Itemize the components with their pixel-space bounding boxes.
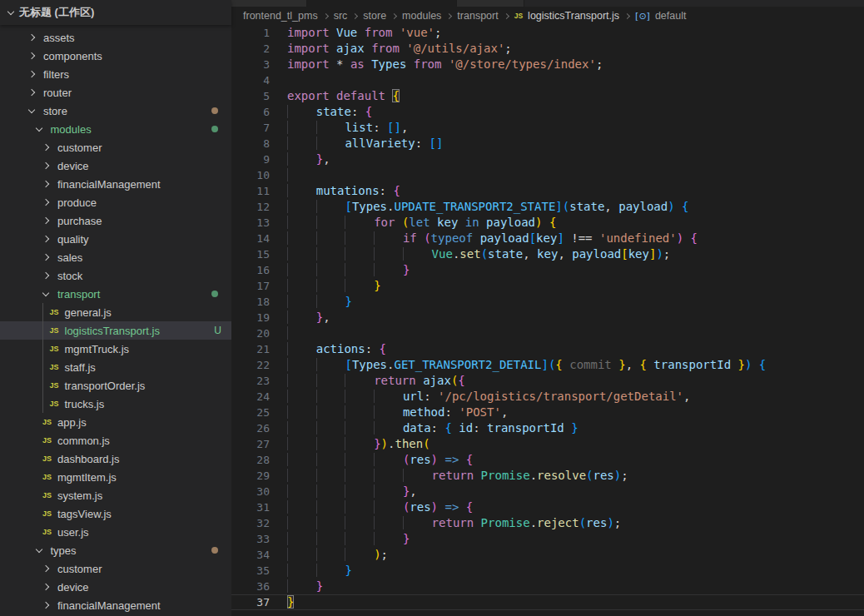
tab-sliver[interactable] bbox=[231, 0, 307, 7]
sidebar-item-router[interactable]: router bbox=[0, 83, 231, 102]
code-line[interactable]: 35 } bbox=[231, 563, 864, 579]
line-number[interactable]: 13 bbox=[231, 215, 270, 231]
code-line[interactable]: 15 Vue.set(state, key, payload[key]); bbox=[231, 246, 864, 262]
sidebar-item-financialManagement[interactable]: financialManagement bbox=[0, 175, 231, 193]
line-number[interactable]: 5 bbox=[231, 88, 270, 104]
line-number[interactable]: 10 bbox=[231, 167, 270, 183]
line-number[interactable]: 21 bbox=[231, 341, 270, 357]
line-number[interactable]: 33 bbox=[231, 531, 270, 547]
line-number[interactable]: 25 bbox=[231, 405, 270, 420]
code-line[interactable]: 25 method: 'POST', bbox=[231, 405, 864, 420]
workspace-title-row[interactable]: 无标题 (工作区) bbox=[0, 0, 231, 25]
code-line[interactable]: 29 return Promise.resolve(res); bbox=[231, 468, 864, 484]
breadcrumb-item[interactable]: transport bbox=[457, 10, 498, 22]
sidebar-item-tagsView-js[interactable]: JStagsView.js bbox=[0, 504, 231, 523]
code-line[interactable]: 34 ); bbox=[231, 547, 864, 563]
breadcrumb-item[interactable]: src bbox=[334, 10, 348, 22]
code-line[interactable]: 4 bbox=[231, 72, 864, 88]
line-number[interactable]: 36 bbox=[231, 579, 270, 594]
line-number[interactable]: 3 bbox=[231, 57, 270, 72]
code-line[interactable]: 3import * as Types from '@/store/types/i… bbox=[231, 57, 864, 72]
sidebar-item-filters[interactable]: filters bbox=[0, 65, 231, 83]
sidebar-item-mgmtItem-js[interactable]: JSmgmtItem.js bbox=[0, 468, 231, 486]
code-line[interactable]: 14 if (typeof payload[key] !== 'undefine… bbox=[231, 231, 864, 246]
code-line[interactable]: 19 }, bbox=[231, 310, 864, 325]
code-line[interactable]: 23 return ajax({ bbox=[231, 373, 864, 389]
sidebar-item-sales[interactable]: sales bbox=[0, 248, 231, 266]
line-number[interactable]: 4 bbox=[231, 72, 270, 88]
tab-sliver[interactable] bbox=[457, 0, 524, 7]
sidebar-item-logisticsTransport-js[interactable]: JSlogisticsTransport.jsU bbox=[0, 321, 231, 340]
line-number[interactable]: 28 bbox=[231, 452, 270, 468]
sidebar-item-device[interactable]: device bbox=[0, 578, 231, 596]
code-line[interactable]: 16 } bbox=[231, 262, 864, 278]
sidebar-item-customer[interactable]: customer bbox=[0, 559, 231, 578]
breadcrumb-item[interactable]: frontend_tl_pms bbox=[243, 10, 318, 22]
line-number[interactable]: 2 bbox=[231, 41, 270, 57]
line-number[interactable]: 32 bbox=[231, 515, 270, 531]
sidebar-item-purchase[interactable]: purchase bbox=[0, 211, 231, 230]
sidebar-item-produce[interactable]: produce bbox=[0, 193, 231, 211]
code-line[interactable]: 8 allVariety: [] bbox=[231, 136, 864, 152]
code-line[interactable]: 22 [Types.GET_TRANSPORT2_DETAIL]({ commi… bbox=[231, 357, 864, 373]
sidebar-item-components[interactable]: components bbox=[0, 47, 231, 65]
line-number[interactable]: 15 bbox=[231, 246, 270, 262]
sidebar-item-stock[interactable]: stock bbox=[0, 266, 231, 285]
line-number[interactable]: 9 bbox=[231, 152, 270, 167]
code-line[interactable]: 27 }).then( bbox=[231, 436, 864, 452]
sidebar-item-dashboard-js[interactable]: JSdashboard.js bbox=[0, 450, 231, 468]
line-number[interactable]: 8 bbox=[231, 136, 270, 152]
code-line[interactable]: 26 data: { id: transportId } bbox=[231, 420, 864, 436]
line-number[interactable]: 14 bbox=[231, 231, 270, 246]
line-number[interactable]: 20 bbox=[231, 325, 270, 341]
code-line[interactable]: 17 } bbox=[231, 278, 864, 294]
sidebar-item-assets[interactable]: assets bbox=[0, 28, 231, 47]
sidebar-item-financialManagement[interactable]: financialManagement bbox=[0, 596, 231, 614]
breadcrumb-item[interactable]: store bbox=[363, 10, 386, 22]
sidebar-item-trucks-js[interactable]: JStrucks.js bbox=[0, 395, 231, 413]
code-line[interactable]: 7 list: [], bbox=[231, 120, 864, 136]
line-number[interactable]: 35 bbox=[231, 563, 270, 579]
sidebar-item-common-js[interactable]: JScommon.js bbox=[0, 431, 231, 450]
sidebar-item-system-js[interactable]: JSsystem.js bbox=[0, 486, 231, 504]
line-number[interactable]: 30 bbox=[231, 484, 270, 499]
line-number[interactable]: 24 bbox=[231, 389, 270, 405]
code-line[interactable]: 10 bbox=[231, 167, 864, 183]
line-number[interactable]: 29 bbox=[231, 468, 270, 484]
code-line[interactable]: 33 } bbox=[231, 531, 864, 547]
active-tab-sliver[interactable] bbox=[307, 0, 457, 7]
code-line[interactable]: 12 [Types.UPDATE_TRANSPORT2_STATE](state… bbox=[231, 199, 864, 215]
sidebar-item-types[interactable]: types bbox=[0, 541, 231, 559]
line-number[interactable]: 27 bbox=[231, 436, 270, 452]
code-line[interactable]: 28 (res) => { bbox=[231, 452, 864, 468]
code-line[interactable]: 36 } bbox=[231, 579, 864, 594]
line-number[interactable]: 31 bbox=[231, 499, 270, 515]
breadcrumb-item[interactable]: modules bbox=[402, 10, 441, 22]
code-line[interactable]: 18 } bbox=[231, 294, 864, 310]
line-number[interactable]: 23 bbox=[231, 373, 270, 389]
code-line[interactable]: 13 for (let key in payload) { bbox=[231, 215, 864, 231]
line-number[interactable]: 37 bbox=[231, 594, 270, 610]
code-line[interactable]: 30 }, bbox=[231, 484, 864, 499]
line-number[interactable]: 7 bbox=[231, 120, 270, 136]
line-number[interactable]: 11 bbox=[231, 183, 270, 199]
line-number[interactable]: 12 bbox=[231, 199, 270, 215]
line-number[interactable]: 16 bbox=[231, 262, 270, 278]
line-number[interactable]: 6 bbox=[231, 104, 270, 120]
code-line[interactable]: 5export default { bbox=[231, 88, 864, 104]
sidebar-item-mgmtTruck-js[interactable]: JSmgmtTruck.js bbox=[0, 340, 231, 358]
sidebar-item-transportOrder-js[interactable]: JStransportOrder.js bbox=[0, 376, 231, 395]
sidebar-item-modules[interactable]: modules bbox=[0, 120, 231, 138]
code-line[interactable]: 37} bbox=[231, 594, 864, 610]
tab-strip[interactable] bbox=[231, 0, 864, 7]
line-number[interactable]: 22 bbox=[231, 357, 270, 373]
code-line[interactable]: 24 url: '/pc/logistics/transport/getDeta… bbox=[231, 389, 864, 405]
line-number[interactable]: 26 bbox=[231, 420, 270, 436]
code-line[interactable]: 2import ajax from '@/utils/ajax'; bbox=[231, 41, 864, 57]
line-number[interactable]: 17 bbox=[231, 278, 270, 294]
code-line[interactable]: 6 state: { bbox=[231, 104, 864, 120]
sidebar-item-quality[interactable]: quality bbox=[0, 230, 231, 248]
sidebar-item-user-js[interactable]: JSuser.js bbox=[0, 523, 231, 541]
sidebar-item-transport[interactable]: transport bbox=[0, 285, 231, 303]
code-line[interactable]: 1import Vue from 'vue'; bbox=[231, 25, 864, 41]
